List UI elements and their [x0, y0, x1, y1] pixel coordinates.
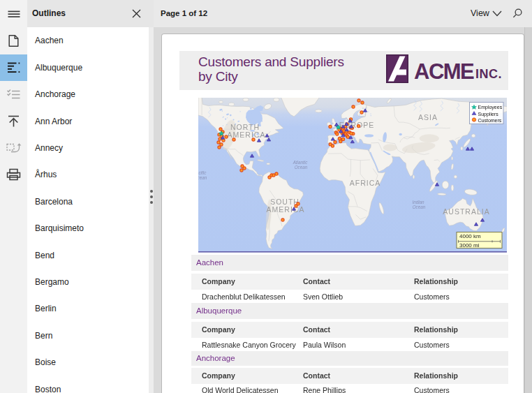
svg-text:Employees: Employees	[478, 105, 502, 110]
svg-text:Suppliers: Suppliers	[478, 112, 498, 117]
svg-text:AMERICA: AMERICA	[227, 131, 265, 139]
svg-text:Pacific: Pacific	[198, 170, 207, 175]
svg-text:ASIA: ASIA	[418, 113, 438, 121]
svg-text:4000 km: 4000 km	[459, 233, 481, 239]
svg-text:Customers: Customers	[478, 118, 501, 123]
svg-text:Ocean: Ocean	[294, 165, 307, 170]
svg-text:AMERICA: AMERICA	[266, 205, 304, 214]
svg-text:AFRICA: AFRICA	[349, 179, 380, 187]
svg-text:3000 mi: 3000 mi	[459, 242, 480, 249]
svg-text:Ocean: Ocean	[198, 175, 207, 180]
svg-text:Indian: Indian	[412, 200, 424, 205]
svg-text:Atlantic: Atlantic	[292, 160, 308, 165]
svg-text:AUSTRALIA: AUSTRALIA	[443, 207, 489, 216]
svg-text:Ocean: Ocean	[412, 205, 425, 209]
